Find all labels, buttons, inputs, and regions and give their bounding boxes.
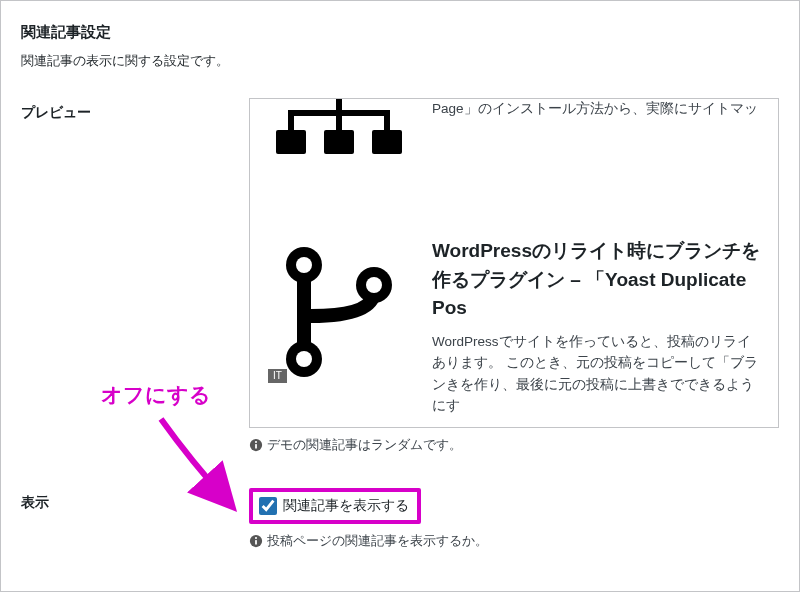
svg-point-22 bbox=[255, 537, 257, 539]
info-icon bbox=[249, 438, 263, 452]
preview-box[interactable]: WrordPressで新規サイトを作りましたが、ユーザ向ラグインで作ることにしま… bbox=[249, 98, 779, 428]
row-label-display: 表示 bbox=[21, 488, 249, 512]
preview-note: デモの関連記事はランダムです。 bbox=[249, 436, 779, 454]
preview-thumb bbox=[264, 98, 414, 205]
svg-rect-15 bbox=[297, 277, 311, 347]
svg-rect-21 bbox=[255, 540, 257, 544]
display-checkbox[interactable] bbox=[259, 497, 277, 515]
tag-badge: IT bbox=[268, 369, 287, 383]
preview-note-text: デモの関連記事はランダムです。 bbox=[267, 436, 462, 454]
branch-icon bbox=[264, 237, 414, 387]
svg-point-10 bbox=[296, 257, 312, 273]
row-label-preview: プレビュー bbox=[21, 98, 249, 122]
display-note-text: 投稿ページの関連記事を表示するか。 bbox=[267, 532, 488, 550]
row-preview: プレビュー bbox=[21, 98, 779, 454]
preview-thumb: IT bbox=[264, 237, 414, 387]
info-icon bbox=[249, 534, 263, 548]
row-display: 表示 関連記事を表示する 投稿ページの関連記事を表示するか。 bbox=[21, 488, 779, 550]
svg-point-12 bbox=[366, 277, 382, 293]
display-checkbox-label: 関連記事を表示する bbox=[283, 497, 409, 515]
preview-card[interactable]: IT WordPressのリライト時にブランチを作るプラグイン – 「Yoast… bbox=[260, 227, 768, 428]
svg-rect-18 bbox=[255, 444, 257, 448]
card-title: WordPressのリライト時にブランチを作るプラグイン – 「Yoast Du… bbox=[432, 237, 764, 323]
svg-rect-5 bbox=[384, 110, 390, 130]
svg-rect-6 bbox=[276, 130, 306, 154]
svg-rect-3 bbox=[288, 110, 294, 130]
svg-point-19 bbox=[255, 441, 257, 443]
display-checkbox-wrap[interactable]: 関連記事を表示する bbox=[249, 488, 421, 524]
card-excerpt: WordPressでサイトを作っていると、投稿のリライあります。 このとき、元の… bbox=[432, 331, 764, 417]
svg-rect-8 bbox=[372, 130, 402, 154]
sitemap-icon bbox=[264, 98, 414, 190]
card-excerpt: WrordPressで新規サイトを作りましたが、ユーザ向ラグインで作ることにしま… bbox=[432, 98, 764, 120]
svg-point-14 bbox=[296, 351, 312, 367]
settings-panel: 関連記事設定 関連記事の表示に関する設定です。 プレビュー bbox=[0, 0, 800, 592]
display-note: 投稿ページの関連記事を表示するか。 bbox=[249, 532, 779, 550]
section-desc: 関連記事の表示に関する設定です。 bbox=[21, 52, 779, 70]
svg-rect-7 bbox=[324, 130, 354, 154]
preview-card[interactable]: WrordPressで新規サイトを作りましたが、ユーザ向ラグインで作ることにしま… bbox=[260, 98, 768, 227]
section-title: 関連記事設定 bbox=[21, 23, 779, 42]
svg-rect-4 bbox=[336, 110, 342, 130]
